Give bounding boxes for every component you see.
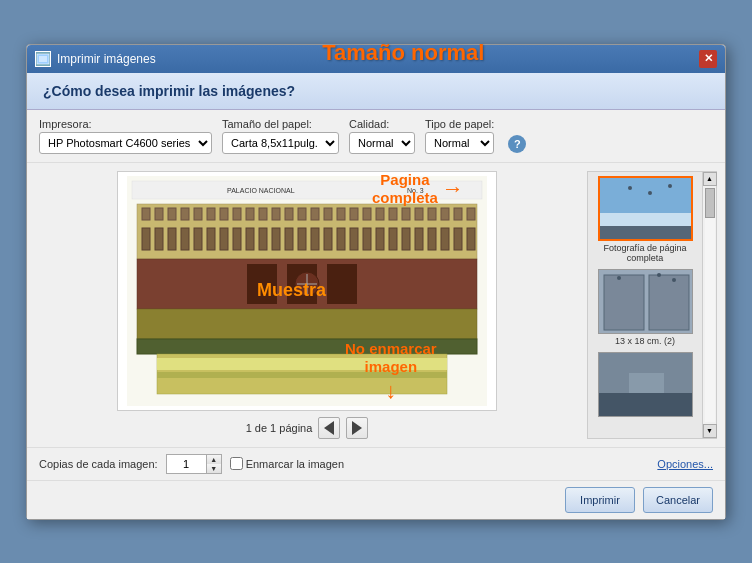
svg-rect-52 bbox=[389, 228, 397, 250]
thumbnail-image[interactable] bbox=[598, 176, 693, 241]
svg-rect-41 bbox=[246, 228, 254, 250]
svg-rect-34 bbox=[155, 228, 163, 250]
svg-rect-57 bbox=[454, 228, 462, 250]
controls-row: Impresora: HP Photosmart C4600 series Ta… bbox=[27, 110, 725, 163]
dialog-title: Imprimir imágenes bbox=[57, 52, 156, 66]
enmarcar-label: Enmarcar la imagen bbox=[246, 458, 344, 470]
svg-rect-54 bbox=[415, 228, 423, 250]
svg-rect-72 bbox=[600, 178, 693, 218]
svg-rect-31 bbox=[454, 208, 462, 220]
copies-down-button[interactable]: ▼ bbox=[207, 464, 221, 473]
page-info: 1 de 1 página bbox=[246, 422, 313, 434]
enmarcar-checkbox[interactable] bbox=[230, 457, 243, 470]
svg-rect-80 bbox=[649, 275, 689, 330]
scroll-thumb[interactable] bbox=[705, 188, 715, 218]
svg-rect-18 bbox=[285, 208, 293, 220]
paper-size-label: Tamaño del papel: bbox=[222, 118, 339, 130]
arrow-enmarcar-icon: ↓ bbox=[345, 378, 437, 404]
copies-up-button[interactable]: ▲ bbox=[207, 455, 221, 464]
svg-text:PALACIO NACIONAL: PALACIO NACIONAL bbox=[227, 187, 295, 194]
svg-rect-58 bbox=[467, 228, 475, 250]
svg-rect-30 bbox=[441, 208, 449, 220]
quality-label: Calidad: bbox=[349, 118, 415, 130]
svg-rect-38 bbox=[207, 228, 215, 250]
svg-rect-49 bbox=[350, 228, 358, 250]
thumbnail-scrollbar: ▲ ▼ bbox=[702, 172, 716, 438]
paper-type-select[interactable]: Normal bbox=[425, 132, 494, 154]
svg-rect-45 bbox=[298, 228, 306, 250]
printer-label: Impresora: bbox=[39, 118, 212, 130]
paper-size-select[interactable]: Carta 8,5x11pulg. bbox=[222, 132, 339, 154]
svg-rect-44 bbox=[285, 228, 293, 250]
cancel-button[interactable]: Cancelar bbox=[643, 487, 713, 513]
svg-rect-85 bbox=[599, 393, 693, 417]
svg-rect-9 bbox=[168, 208, 176, 220]
image-preview: PALACIO NACIONAL No. 3 bbox=[117, 171, 497, 411]
preview-area: PALACIO NACIONAL No. 3 bbox=[35, 171, 579, 439]
svg-rect-22 bbox=[337, 208, 345, 220]
copies-spinner[interactable]: ▲ ▼ bbox=[166, 454, 222, 474]
main-content: PALACIO NACIONAL No. 3 bbox=[27, 163, 725, 447]
footer-row: Imprimir Cancelar bbox=[27, 480, 725, 519]
paper-type-label: Tipo de papel: bbox=[425, 118, 494, 130]
question-bar: ¿Cómo desea imprimir las imágenes? bbox=[27, 73, 725, 110]
svg-rect-7 bbox=[142, 208, 150, 220]
svg-rect-32 bbox=[467, 208, 475, 220]
svg-rect-66 bbox=[137, 309, 477, 339]
thumbnail-item[interactable]: 13 x 18 cm. (2) bbox=[592, 269, 698, 346]
prev-page-button[interactable] bbox=[318, 417, 340, 439]
svg-rect-37 bbox=[194, 228, 202, 250]
annotation-pagina: Paginacompleta bbox=[372, 171, 438, 207]
svg-rect-19 bbox=[298, 208, 306, 220]
quality-group: Calidad: Normal bbox=[349, 118, 415, 154]
svg-rect-17 bbox=[272, 208, 280, 220]
print-button[interactable]: Imprimir bbox=[565, 487, 635, 513]
scroll-down-button[interactable]: ▼ bbox=[703, 424, 717, 438]
svg-rect-48 bbox=[337, 228, 345, 250]
svg-text:Muestra: Muestra bbox=[257, 280, 327, 300]
thumbnail-item[interactable]: Fotografía de páginacompleta bbox=[592, 176, 698, 263]
paper-type-group: Tipo de papel: Normal bbox=[425, 118, 494, 154]
paper-size-group: Tamaño del papel: Carta 8,5x11pulg. bbox=[222, 118, 339, 154]
help-button[interactable]: ? bbox=[508, 135, 526, 153]
opciones-link[interactable]: Opciones... bbox=[657, 458, 713, 470]
svg-rect-50 bbox=[363, 228, 371, 250]
svg-rect-14 bbox=[233, 208, 241, 220]
printer-select[interactable]: HP Photosmart C4600 series bbox=[39, 132, 212, 154]
svg-rect-28 bbox=[415, 208, 423, 220]
thumbnail-item[interactable] bbox=[592, 352, 698, 419]
svg-rect-11 bbox=[194, 208, 202, 220]
svg-rect-42 bbox=[259, 228, 267, 250]
pagination-row: 1 de 1 página bbox=[246, 417, 369, 439]
svg-rect-12 bbox=[207, 208, 215, 220]
close-button[interactable]: ✕ bbox=[699, 50, 717, 68]
svg-rect-86 bbox=[629, 373, 664, 393]
next-page-button[interactable] bbox=[346, 417, 368, 439]
svg-point-76 bbox=[648, 191, 652, 195]
annotation-pagina-container: Paginacompleta → bbox=[372, 171, 464, 207]
svg-rect-13 bbox=[220, 208, 228, 220]
copies-input[interactable] bbox=[166, 454, 206, 474]
svg-rect-21 bbox=[324, 208, 332, 220]
arrow-pagina-icon: → bbox=[442, 176, 464, 202]
svg-rect-43 bbox=[272, 228, 280, 250]
thumbnail-image[interactable] bbox=[598, 269, 693, 334]
thumbnail-label: 13 x 18 cm. (2) bbox=[615, 336, 675, 346]
quality-select[interactable]: Normal bbox=[349, 132, 415, 154]
svg-point-83 bbox=[672, 278, 676, 282]
svg-point-75 bbox=[628, 186, 632, 190]
svg-point-81 bbox=[617, 276, 621, 280]
printer-group: Impresora: HP Photosmart C4600 series bbox=[39, 118, 212, 154]
svg-rect-46 bbox=[311, 228, 319, 250]
thumbnail-label: Fotografía de páginacompleta bbox=[603, 243, 686, 263]
enmarcar-group[interactable]: Enmarcar la imagen bbox=[230, 457, 344, 470]
scroll-up-button[interactable]: ▲ bbox=[703, 172, 717, 186]
svg-rect-27 bbox=[402, 208, 410, 220]
thumbnail-image[interactable] bbox=[598, 352, 693, 417]
svg-rect-51 bbox=[376, 228, 384, 250]
svg-point-82 bbox=[657, 273, 661, 277]
svg-rect-35 bbox=[168, 228, 176, 250]
svg-rect-79 bbox=[604, 275, 644, 330]
svg-rect-20 bbox=[311, 208, 319, 220]
svg-rect-15 bbox=[246, 208, 254, 220]
